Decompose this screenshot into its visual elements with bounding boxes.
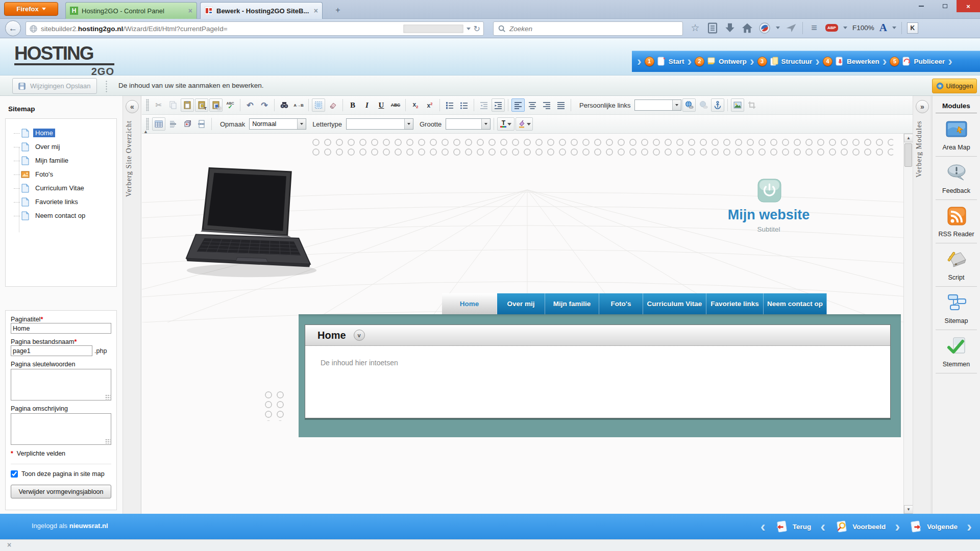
replace-button[interactable]: A→B <box>292 98 305 112</box>
downloads-icon[interactable] <box>724 22 736 34</box>
resize-grip-icon[interactable] <box>105 438 110 444</box>
crop-button[interactable] <box>745 98 758 112</box>
preview-button[interactable]: Voorbeeld <box>830 520 890 534</box>
bold-button[interactable]: B <box>346 98 359 112</box>
left-splitter[interactable]: « Verberg Site Overzicht <box>122 96 141 514</box>
align-left-button[interactable] <box>511 98 525 112</box>
dropdown-button[interactable] <box>297 119 306 129</box>
indent-button[interactable] <box>492 98 505 112</box>
tab-control-panel[interactable]: H Hosting2GO - Control Panel × <box>65 2 197 19</box>
underline-button[interactable]: U <box>375 98 388 112</box>
site-title[interactable]: Mijn website <box>692 207 845 223</box>
redo-button[interactable]: ↷ <box>258 98 271 112</box>
module-rss-reader[interactable]: RSS Reader <box>936 200 977 243</box>
scroll-down-icon[interactable]: ▼ <box>904 505 913 514</box>
paste-as-text-button[interactable]: T <box>195 98 208 112</box>
firefox-menu-button[interactable]: Firefox <box>4 2 58 16</box>
content-scrollbar[interactable]: ▲ ▼ <box>903 134 913 514</box>
reload-icon[interactable]: ↻ <box>474 24 480 34</box>
adblock-icon[interactable]: ABP <box>825 24 838 32</box>
sitemap-item-favoriete-links[interactable]: Favoriete links <box>6 195 116 209</box>
personal-links-select[interactable] <box>634 99 681 111</box>
sitemap-item-neem-contact-op[interactable]: Neem contact op <box>6 209 116 222</box>
keywords-textarea[interactable] <box>11 369 111 400</box>
home-icon[interactable] <box>741 22 753 34</box>
page-content-placeholder[interactable]: De inhoud hier intoetsen <box>305 346 890 380</box>
pdf-converter-icon[interactable] <box>758 22 771 34</box>
superscript-button[interactable]: x2 <box>423 98 436 112</box>
insert-table-button[interactable] <box>152 117 165 131</box>
close-icon[interactable]: × <box>314 7 318 15</box>
site-tab-over-mij[interactable]: Over mij <box>497 293 545 314</box>
k-extension-button[interactable]: K <box>907 22 918 34</box>
right-splitter[interactable]: » Verberg Modules <box>913 96 932 514</box>
wizard-step-bewerken[interactable]: 4 Bewerken <box>823 56 879 66</box>
select-all-button[interactable] <box>312 98 325 112</box>
collapse-left-panel-button[interactable]: « <box>126 100 139 113</box>
tab-sitebuilder-edit[interactable]: Bewerk - Hosting2GO SiteB... × <box>200 2 323 19</box>
url-text[interactable]: sitebuilder2.hosting2go.nl/Wizard/Edit/H… <box>41 25 400 33</box>
dropdown-button[interactable] <box>672 100 681 110</box>
undo-button[interactable]: ↶ <box>243 98 257 112</box>
paste-from-word-button[interactable]: W <box>209 98 223 112</box>
minimize-button[interactable] <box>910 0 933 12</box>
close-icon[interactable]: × <box>7 541 11 549</box>
collapse-right-panel-button[interactable]: » <box>916 100 929 113</box>
anchor-button[interactable] <box>711 98 724 112</box>
insert-horizontal-rule-button[interactable] <box>166 117 180 131</box>
site-tab-home[interactable]: Home <box>442 293 497 314</box>
url-bar[interactable]: sitebuilder2.hosting2go.nl/Wizard/Edit/H… <box>26 21 484 36</box>
align-right-button[interactable] <box>540 98 553 112</box>
copy-button[interactable] <box>166 98 180 112</box>
toolbar-collapse-icon[interactable]: ▲ <box>143 129 148 134</box>
site-tab-curriculum-vitae[interactable]: Curriculum Vitae <box>643 293 706 314</box>
insert-image-button[interactable] <box>731 98 744 112</box>
find-button[interactable] <box>278 98 291 112</box>
search-box[interactable] <box>493 21 683 36</box>
description-textarea[interactable] <box>11 413 111 445</box>
site-tab-fotos[interactable]: Foto's <box>599 293 643 314</box>
justify-button[interactable] <box>554 98 568 112</box>
close-window-button[interactable]: × <box>957 0 980 12</box>
align-center-button[interactable] <box>526 98 539 112</box>
remove-template-button[interactable]: Verwijder vormgevingsjabloon <box>11 485 111 498</box>
url-dropdown-icon[interactable] <box>467 28 471 30</box>
wizard-step-ontwerp[interactable]: 2 Ontwerp <box>695 56 747 66</box>
scroll-up-icon[interactable]: ▲ <box>904 134 913 142</box>
sitemap-item-mijn-familie[interactable]: Mijn familie <box>6 154 116 167</box>
font-family-select[interactable] <box>346 118 413 130</box>
wizard-step-start[interactable]: 1 Start <box>645 56 684 66</box>
logout-button[interactable]: Uitloggen <box>932 79 977 93</box>
italic-button[interactable]: I <box>360 98 374 112</box>
page-content-panel[interactable]: Home v De inhoud hier intoetsen <box>305 324 891 418</box>
restore-button[interactable] <box>933 0 957 12</box>
back-button[interactable]: ← <box>5 20 21 36</box>
site-tab-mijn-familie[interactable]: Mijn familie <box>545 293 599 314</box>
module-area-map[interactable]: Area Map <box>936 113 977 157</box>
strikethrough-button[interactable]: ABC <box>389 98 402 112</box>
menu-icon[interactable]: ≡ <box>808 22 820 34</box>
font-tool-icon[interactable]: A <box>879 21 887 34</box>
remove-link-button[interactable] <box>697 98 710 112</box>
panel-chevron-icon[interactable]: v <box>354 330 365 341</box>
site-tab-neem-contact-op[interactable]: Neem contact op <box>764 293 827 314</box>
back-step-button[interactable]: Terug <box>771 520 816 534</box>
scrollbar-thumb[interactable] <box>904 143 912 167</box>
bulleted-list-button[interactable] <box>457 98 471 112</box>
spellcheck-button[interactable]: ABC✓ <box>224 98 237 112</box>
close-icon[interactable]: × <box>188 7 192 15</box>
page-break-button[interactable] <box>195 117 208 131</box>
bookmark-star-icon[interactable]: ☆ <box>689 22 701 34</box>
page-title-input[interactable] <box>11 323 111 334</box>
subscript-button[interactable]: x2 <box>409 98 422 112</box>
bookmarks-menu-icon[interactable] <box>706 22 719 34</box>
wizard-step-structuur[interactable]: 3 Structuur <box>757 56 813 66</box>
insert-special-character-button[interactable] <box>181 117 194 131</box>
background-color-button[interactable] <box>516 117 533 131</box>
site-tab-favoriete-links[interactable]: Favoriete links <box>706 293 764 314</box>
share-plane-icon[interactable] <box>785 22 797 34</box>
dropdown-button[interactable] <box>481 119 490 129</box>
wizard-step-publiceer[interactable]: 5 Publiceer <box>890 56 945 66</box>
show-in-sitemap-checkbox[interactable] <box>11 470 18 478</box>
module-stemmen[interactable]: Stemmen <box>936 330 977 373</box>
